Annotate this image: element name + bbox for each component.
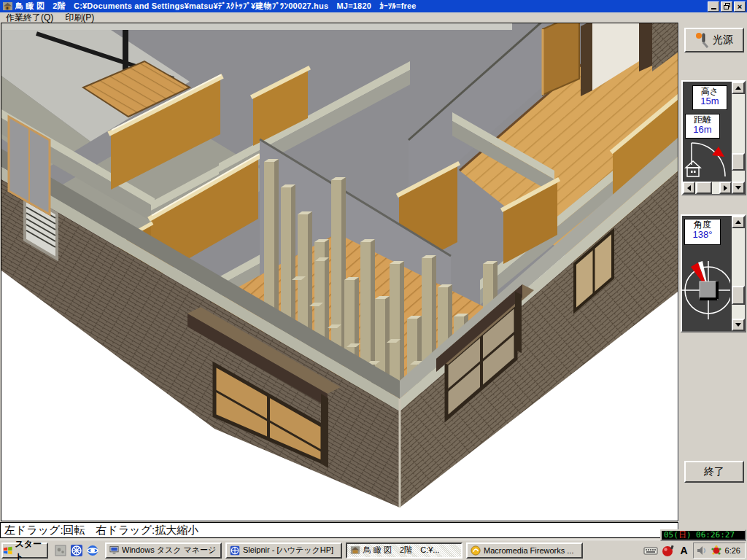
internet-explorer-icon[interactable] — [86, 544, 99, 557]
control-panel: 光源 高さ 15m 距離 16m — [678, 23, 747, 540]
height-label: 高さ — [693, 86, 727, 96]
keyboard-icon[interactable] — [643, 544, 658, 557]
tray-clock[interactable]: 6:26 — [725, 546, 740, 555]
birdseye-house-icon — [2, 1, 13, 11]
birdseye-3d-view[interactable] — [1, 23, 678, 521]
birdseye-house-icon — [350, 545, 360, 555]
light-source-label: 光源 — [713, 34, 733, 47]
distance-label: 距離 — [686, 114, 719, 125]
task-label: Macromedia Fireworks ... — [484, 546, 573, 555]
drag-hint-text: 左ドラッグ:回転 右ドラッグ:拡大縮小 — [4, 524, 198, 536]
height-scroll-thumb[interactable] — [732, 153, 745, 171]
angle-panel: 角度 138° — [681, 214, 746, 332]
angle-scrollbar[interactable] — [732, 216, 745, 331]
start-button[interactable]: スタート — [1, 542, 48, 559]
menu-bar: 作業終了(Q) 印刷(P) — [0, 12, 747, 23]
angle-value: 138° — [685, 230, 720, 240]
title-bar[interactable]: 鳥 瞰 図 2階 C:¥Documents and Settings¥matsu… — [0, 0, 747, 12]
status-bar: 左ドラッグ:回転 右ドラッグ:拡大縮小 — [0, 522, 678, 538]
height-scrollbar[interactable] — [732, 82, 745, 194]
height-value: 15m — [693, 96, 727, 106]
clock-time: ) 06:26:27 — [686, 530, 735, 540]
clock-date-prefix: 05( — [664, 530, 678, 540]
volume-icon[interactable] — [697, 545, 708, 556]
light-pen-icon — [695, 32, 710, 48]
desktop-clock: 05(日) 06:26:27 — [660, 529, 746, 541]
task-label: Sleipnir - [ハウテックHP] — [243, 545, 333, 556]
task-label: Windows タスク マネージャ — [122, 545, 217, 556]
height-box: 高さ 15m — [692, 85, 727, 110]
light-source-button[interactable]: 光源 — [684, 28, 744, 52]
task-button-taskmanager[interactable]: Windows タスク マネージャ — [105, 542, 222, 559]
render-canvas[interactable] — [1, 23, 678, 521]
distance-scroll-thumb[interactable] — [696, 182, 712, 194]
angle-label: 角度 — [685, 219, 720, 230]
taskbar: スタート Windows タスク マネージャ — [0, 540, 747, 560]
height-scroll-down-icon[interactable] — [732, 182, 745, 194]
angle-scroll-up-icon[interactable] — [732, 216, 745, 228]
house-arc-elevation-icon[interactable] — [684, 140, 731, 181]
system-tray: A 6:26 — [643, 542, 747, 559]
angle-box: 角度 138° — [684, 219, 721, 245]
exit-button[interactable]: 終了 — [684, 461, 744, 483]
angle-scroll-down-icon[interactable] — [732, 319, 745, 331]
ceiling-cut-strip — [1, 23, 512, 30]
minimize-icon[interactable] — [708, 1, 719, 12]
task-button-fireworks[interactable]: Macromedia Fireworks ... — [466, 542, 583, 559]
distance-box: 距離 16m — [685, 114, 720, 139]
flower-icon[interactable] — [711, 545, 722, 556]
window-title: 鳥 瞰 図 2階 C:¥Documents and Settings¥matsu… — [15, 1, 417, 12]
fireworks-icon — [471, 545, 481, 556]
stair-rail-post — [123, 30, 128, 71]
menu-item-exit[interactable]: 作業終了(Q) — [0, 12, 59, 23]
screen: { "window": { "title": "鳥 瞰 図 2階 C:¥Docu… — [0, 0, 747, 560]
start-label: スタート — [15, 538, 47, 560]
corner-window-frame — [639, 23, 652, 71]
trackball-icon[interactable] — [661, 544, 676, 557]
corner-door-frame — [581, 23, 592, 96]
quick-launch — [54, 544, 99, 557]
tray-inset: 6:26 — [693, 542, 746, 559]
task-label: 鳥 瞰 図 2階 C:¥... — [363, 545, 440, 556]
distance-scroll-right-icon[interactable] — [719, 182, 732, 194]
compass-dial-icon[interactable] — [682, 248, 730, 330]
angle-scroll-thumb[interactable] — [732, 286, 745, 305]
exit-label: 終了 — [704, 465, 724, 478]
sleipnir-icon[interactable] — [70, 544, 83, 557]
show-desktop-icon[interactable] — [54, 544, 67, 557]
distance-scroll-left-icon[interactable] — [683, 182, 695, 194]
windows-logo-icon — [3, 545, 12, 556]
restore-icon[interactable] — [721, 1, 732, 12]
clock-day: 日 — [678, 530, 686, 540]
camera-panel: 高さ 15m 距離 16m — [681, 80, 746, 195]
task-button-birdseye[interactable]: 鳥 瞰 図 2階 C:¥... — [346, 542, 462, 559]
distance-value: 16m — [686, 125, 719, 135]
task-manager-icon — [109, 545, 119, 555]
height-scroll-up-icon[interactable] — [732, 82, 745, 94]
sleipnir-icon — [230, 545, 240, 556]
menu-item-print[interactable]: 印刷(P) — [59, 12, 100, 23]
close-icon[interactable]: × — [734, 1, 746, 12]
distance-scrollbar[interactable] — [683, 182, 732, 194]
task-button-sleipnir[interactable]: Sleipnir - [ハウテックHP] — [225, 542, 342, 559]
ime-a-indicator[interactable]: A — [678, 545, 690, 556]
